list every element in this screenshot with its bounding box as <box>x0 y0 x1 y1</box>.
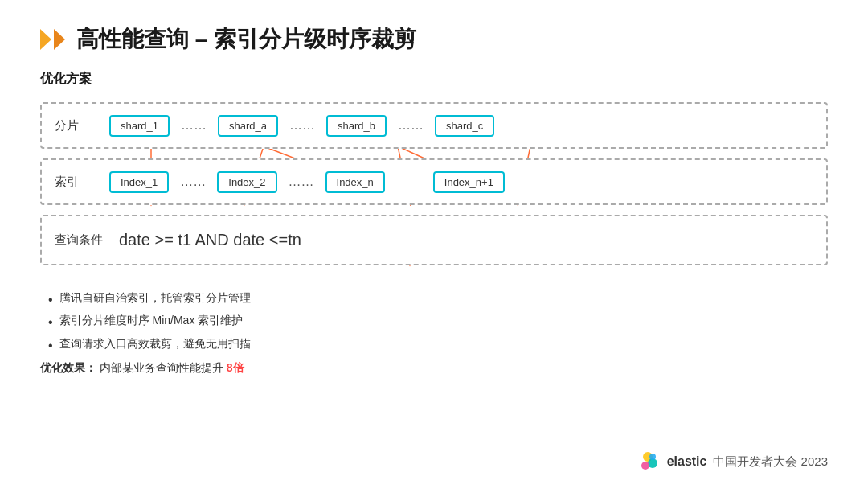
bullet-dot-3: • <box>48 337 53 355</box>
query-row: 查询条件 date >= t1 AND date <=tn <box>40 215 828 265</box>
page: 高性能查询 – 索引分片级时序裁剪 优化方案 <box>0 0 868 489</box>
bullet-dot-2: • <box>48 314 53 331</box>
index-box-n1: Index_n+1 <box>433 171 505 193</box>
shard-dots-2: …… <box>278 118 326 133</box>
diagram: 分片 shard_1 …… shard_a …… shard_b …… shar… <box>40 102 828 275</box>
svg-point-10 <box>649 454 656 460</box>
bullet-item-2: • 索引分片维度时序 Min/Max 索引维护 <box>48 314 828 331</box>
shard-box-c: shard_c <box>435 115 494 137</box>
shard-box-b: shard_b <box>326 115 387 137</box>
index-box-n: Index_n <box>326 171 385 193</box>
shards-label: 分片 <box>55 118 93 134</box>
index-dots-2: …… <box>277 175 326 189</box>
query-label: 查询条件 <box>55 232 103 248</box>
index-box-1: Index_1 <box>109 171 169 193</box>
index-box-2: Index_2 <box>217 171 276 193</box>
footer-event: 中国开发者大会 2023 <box>713 454 828 470</box>
elastic-logo-icon <box>637 449 662 475</box>
chevron-double-icon <box>40 29 65 50</box>
shard-box-a: shard_a <box>218 115 278 137</box>
diagram-wrapper: 分片 shard_1 …… shard_a …… shard_b …… shar… <box>40 102 828 275</box>
elastic-brand: elastic <box>667 454 707 469</box>
svg-point-9 <box>641 462 649 470</box>
opt-effect-label: 优化效果： <box>40 361 96 374</box>
shard-dots-1: …… <box>170 118 218 133</box>
section-label: 优化方案 <box>40 71 828 88</box>
shard-box-1: shard_1 <box>109 115 170 137</box>
bullet-text-2: 索引分片维度时序 Min/Max 索引维护 <box>59 314 244 328</box>
bullet-item-3: • 查询请求入口高效裁剪，避免无用扫描 <box>48 337 828 355</box>
shards-row: 分片 shard_1 …… shard_a …… shard_b …… shar… <box>40 102 828 149</box>
shard-dots-3: …… <box>387 118 435 133</box>
index-row: 索引 Index_1 …… Index_2 …… Index_n …… Inde… <box>40 158 828 205</box>
opt-effect-text: 内部某业务查询性能提升 <box>100 361 223 374</box>
elastic-logo: elastic <box>637 449 707 475</box>
page-title: 高性能查询 – 索引分片级时序裁剪 <box>76 24 416 55</box>
bullet-dot-1: • <box>48 291 53 309</box>
chevron-second <box>54 29 65 50</box>
bullet-text-1: 腾讯自研自治索引，托管索引分片管理 <box>59 291 251 306</box>
bullets-list: • 腾讯自研自治索引，托管索引分片管理 • 索引分片维度时序 Min/Max 索… <box>48 291 828 355</box>
bullet-text-3: 查询请求入口高效裁剪，避免无用扫描 <box>59 337 251 351</box>
footer: elastic 中国开发者大会 2023 <box>637 449 828 475</box>
index-dots-1: …… <box>169 175 217 189</box>
bullet-item-1: • 腾讯自研自治索引，托管索引分片管理 <box>48 291 828 309</box>
chevron-first <box>40 29 51 50</box>
header: 高性能查询 – 索引分片级时序裁剪 <box>40 24 828 55</box>
header-icon <box>40 29 65 50</box>
index-boxes: Index_1 …… Index_2 …… Index_n …… Index_n… <box>109 171 813 193</box>
opt-effect-value: 8倍 <box>227 361 244 374</box>
opt-effect: 优化效果： 内部某业务查询性能提升 8倍 <box>40 361 828 376</box>
shards-boxes: shard_1 …… shard_a …… shard_b …… shard_c <box>109 115 813 137</box>
query-text: date >= t1 AND date <=tn <box>119 231 301 249</box>
index-label: 索引 <box>55 175 93 190</box>
